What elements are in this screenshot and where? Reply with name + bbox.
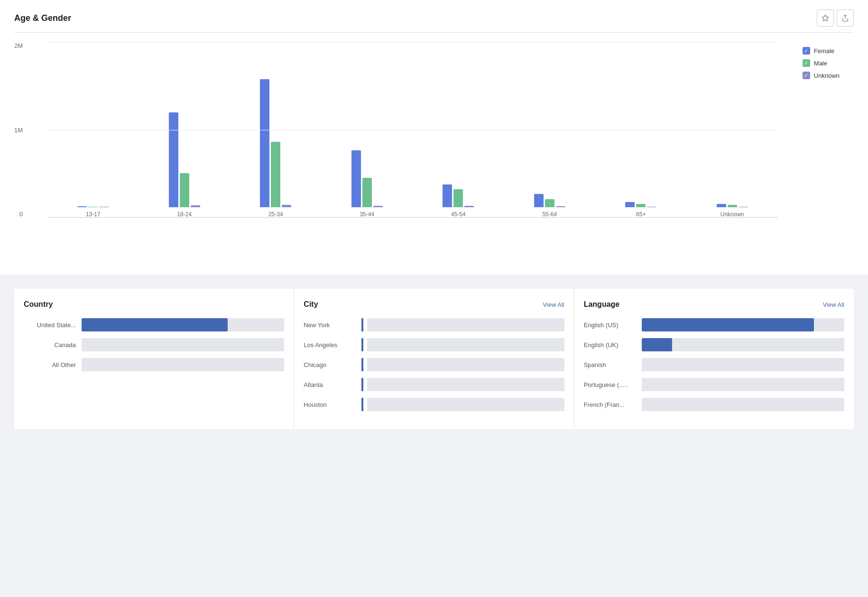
city-panel-title: City: [304, 300, 318, 309]
city-bar-accent-newyork: [361, 318, 363, 331]
bar-male-45-54: [453, 189, 463, 207]
share-button[interactable]: [837, 9, 854, 27]
bar-female-55-64: [534, 194, 544, 207]
grid-line-top: [47, 42, 778, 43]
bar-unknown-13-17: [99, 207, 109, 207]
y-axis: 2M 1M 0: [14, 42, 31, 218]
country-label-us: United State...: [24, 321, 76, 329]
city-bar-bg-chicago: [367, 358, 564, 371]
lang-row-en-uk: English (UK): [584, 338, 844, 351]
pin-button[interactable]: [817, 9, 834, 27]
city-bar-accent-atlanta: [361, 378, 363, 391]
city-bar-bg-la: [367, 338, 564, 351]
legend-item-male: ✓ Male: [803, 59, 840, 67]
lang-bar-bg-portuguese: [642, 378, 844, 391]
country-bar-fill-other: [82, 358, 284, 371]
country-bar-bg-us: [82, 318, 284, 331]
country-label-canada: Canada: [24, 341, 76, 349]
bar-group-25-34: 25-34: [260, 46, 291, 218]
country-row-us: United State...: [24, 318, 284, 331]
bar-female-unknown: [717, 204, 726, 207]
y-label-1m: 1M: [14, 127, 27, 134]
country-bar-bg-canada: [82, 338, 284, 351]
city-bar-bg-newyork: [367, 318, 564, 331]
x-label-65plus: 65+: [636, 211, 646, 218]
bar-group-13-17: 13-17: [77, 46, 109, 218]
lang-label-en-us: English (US): [584, 321, 636, 329]
city-bar-la: [361, 338, 564, 351]
lang-label-en-uk: English (UK): [584, 341, 636, 349]
lang-bar-bg-en-uk: [642, 338, 844, 351]
legend-label-male: Male: [814, 60, 827, 67]
lang-row-french: French (Fran...: [584, 398, 844, 411]
chart-wrapper: ✓ Female ✓ Male ✓ Unknown 2M 1M 0: [14, 42, 854, 260]
header-row: Age & Gender: [14, 9, 854, 27]
bar-unknown-25-34: [282, 205, 291, 207]
bar-male-35-44: [362, 178, 372, 207]
lang-bar-bg-spanish: [642, 358, 844, 371]
x-label-35-44: 35-44: [360, 211, 374, 218]
city-label-chicago: Chicago: [304, 361, 356, 368]
bar-male-unknown: [728, 205, 737, 207]
bar-male-55-64: [545, 199, 554, 207]
city-row-houston: Houston: [304, 398, 564, 411]
bar-unknown-35-44: [373, 206, 383, 207]
lang-bar-fill-spanish: [642, 358, 658, 371]
lang-bar-fill-portuguese: [642, 378, 652, 391]
legend-check-female: ✓: [803, 47, 810, 55]
chart-area: 13-17 18-24: [47, 42, 778, 218]
legend-label-unknown: Unknown: [814, 72, 840, 79]
bar-group-55-64: 55-64: [534, 46, 565, 218]
city-panel: City View All New York Los Angeles Chica…: [294, 289, 573, 429]
lang-bar-bg-french: [642, 398, 844, 411]
bar-male-25-34: [271, 142, 280, 207]
city-label-la: Los Angeles: [304, 341, 356, 349]
legend-label-female: Female: [814, 47, 834, 55]
bar-female-65plus: [625, 202, 635, 207]
city-label-atlanta: Atlanta: [304, 381, 356, 388]
country-bar-bg-other: [82, 358, 284, 371]
chart-legend: ✓ Female ✓ Male ✓ Unknown: [803, 47, 840, 79]
legend-item-female: ✓ Female: [803, 47, 840, 55]
city-bar-accent-la: [361, 338, 363, 351]
country-bar-fill-canada: [82, 338, 284, 351]
city-bar-accent-houston: [361, 398, 363, 411]
bar-male-13-17: [88, 207, 98, 207]
bar-group-45-54: 45-54: [443, 46, 474, 218]
x-label-13-17: 13-17: [86, 211, 101, 218]
x-label-55-64: 55-64: [542, 211, 557, 218]
y-label-0: 0: [19, 211, 27, 218]
language-panel-title: Language: [584, 300, 620, 309]
lang-bar-fill-en-us: [642, 318, 814, 331]
city-row-chicago: Chicago: [304, 358, 564, 371]
country-label-other: All Other: [24, 361, 76, 368]
language-view-all-link[interactable]: View All: [823, 301, 844, 308]
bar-group-35-44: 35-44: [351, 46, 383, 218]
bottom-section: Country United State... Canada All Other…: [0, 275, 868, 443]
grid-line-bottom: [47, 217, 778, 218]
lang-bar-fill-french: [642, 398, 650, 411]
x-label-25-34: 25-34: [268, 211, 283, 218]
lang-bar-fill-en-uk: [642, 338, 672, 351]
bar-unknown-45-54: [464, 206, 474, 207]
lang-label-spanish: Spanish: [584, 361, 636, 368]
country-panel-header: Country: [24, 300, 284, 309]
lang-label-french: French (Fran...: [584, 401, 636, 408]
city-view-all-link[interactable]: View All: [543, 301, 564, 308]
city-row-la: Los Angeles: [304, 338, 564, 351]
lang-row-spanish: Spanish: [584, 358, 844, 371]
language-panel: Language View All English (US) English (…: [574, 289, 854, 429]
bar-unknown-18-24: [191, 205, 200, 207]
country-panel-title: Country: [24, 300, 53, 309]
top-section: Age & Gender ✓ Female ✓ Male ✓ Unknown: [0, 0, 868, 275]
city-panel-header: City View All: [304, 300, 564, 309]
city-label-newyork: New York: [304, 321, 356, 329]
bar-female-45-54: [443, 184, 452, 207]
bar-female-35-44: [351, 150, 361, 207]
legend-item-unknown: ✓ Unknown: [803, 72, 840, 79]
bar-female-13-17: [77, 206, 87, 207]
x-label-18-24: 18-24: [177, 211, 192, 218]
x-label-45-54: 45-54: [451, 211, 466, 218]
city-label-houston: Houston: [304, 401, 356, 408]
bar-unknown-unknown: [739, 207, 748, 207]
